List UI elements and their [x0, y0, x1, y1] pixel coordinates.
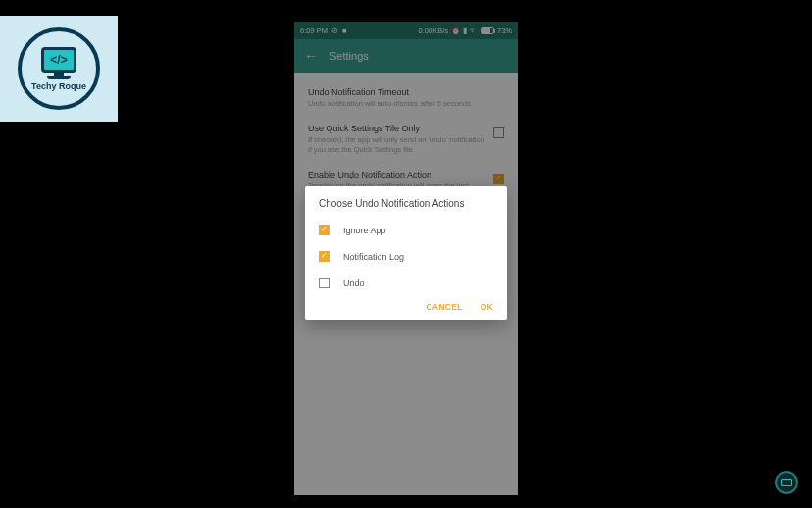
channel-badge-icon — [775, 471, 798, 494]
option-label: Notification Log — [343, 252, 404, 262]
monitor-icon — [781, 479, 792, 486]
checkbox[interactable] — [319, 225, 330, 235]
choose-actions-dialog: Choose Undo Notification Actions Ignore … — [305, 186, 507, 320]
cancel-button[interactable]: CANCEL — [426, 302, 462, 312]
watermark-name: Techy Roque — [31, 81, 86, 91]
option-label: Ignore App — [343, 226, 386, 235]
watermark-ring: </> Techy Roque — [18, 27, 100, 110]
dialog-actions: CANCEL OK — [305, 296, 507, 314]
option-notification-log[interactable]: Notification Log — [305, 243, 507, 270]
option-undo[interactable]: Undo — [305, 270, 507, 296]
option-ignore-app[interactable]: Ignore App — [305, 217, 507, 243]
checkbox[interactable] — [319, 251, 330, 262]
option-label: Undo — [343, 279, 365, 288]
channel-watermark: </> Techy Roque — [0, 16, 118, 122]
ok-button[interactable]: OK — [481, 302, 493, 312]
dialog-title: Choose Undo Notification Actions — [305, 198, 507, 217]
monitor-icon: </> — [41, 47, 76, 73]
checkbox[interactable] — [319, 278, 330, 288]
phone-screen: 6:09 PM ⊘ ■ 0.00KB/s ⏰ ▮ ᯤ 73% ← Setting… — [294, 22, 518, 495]
